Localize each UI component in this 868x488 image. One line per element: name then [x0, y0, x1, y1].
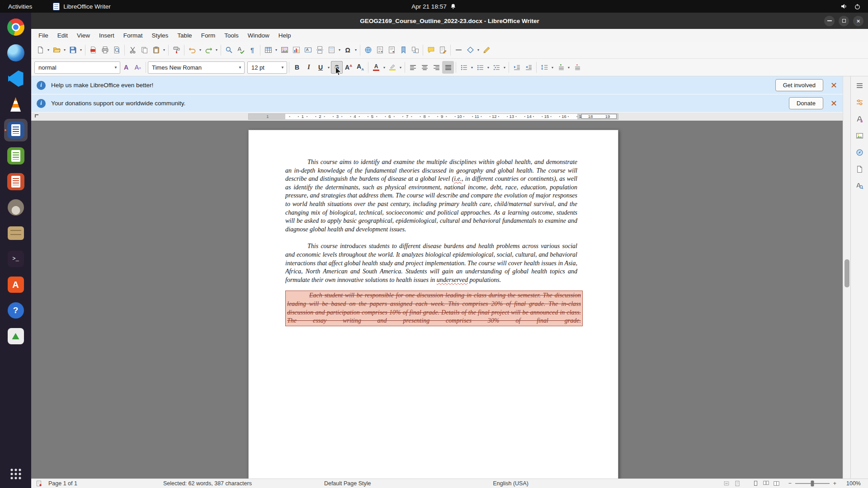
dropdown-caret[interactable]: ▾ [398, 66, 403, 70]
cross-reference-button[interactable] [409, 44, 421, 56]
special-character-button[interactable]: Ω [342, 44, 354, 56]
font-color-button[interactable]: A [370, 61, 382, 74]
insert-bookmark-button[interactable] [397, 44, 409, 56]
print-button[interactable] [99, 44, 111, 56]
dropdown-caret[interactable]: ▾ [198, 48, 203, 52]
horizontal-ruler[interactable]: 1 1234567891011121314151617 1819 [31, 113, 843, 121]
dock-libreoffice-writer[interactable] [4, 119, 28, 141]
language-label[interactable]: English (USA) [493, 480, 528, 487]
selected-text-highlight[interactable]: Each student will be responsible for one… [285, 291, 583, 326]
focused-app-menu[interactable]: LibreOffice Writer [53, 3, 111, 10]
dropdown-caret[interactable]: ▼ [278, 66, 287, 70]
decrease-paragraph-spacing-button[interactable] [571, 61, 583, 74]
menu-item[interactable]: Insert [94, 29, 119, 42]
line-spacing-button[interactable] [538, 61, 550, 74]
document-modified-icon[interactable] [734, 480, 741, 487]
paragraph-1[interactable]: This course aims to identify and examine… [285, 158, 577, 234]
formatting-marks-button[interactable]: ¶ [246, 44, 258, 56]
insert-endnote-button[interactable] [386, 44, 397, 56]
page-style-label[interactable]: Default Page Style [324, 480, 371, 487]
insert-page-break-button[interactable] [314, 44, 326, 56]
dock-firefox[interactable] [4, 42, 28, 64]
save-button[interactable] [67, 44, 79, 56]
clock-button[interactable]: Apr 21 18:57 [411, 3, 456, 10]
ordered-list-button[interactable] [474, 61, 486, 74]
dock-terminal[interactable]: >_ [4, 248, 28, 270]
dropdown-caret[interactable]: ▾ [382, 66, 387, 70]
strikethrough-button[interactable]: S [331, 61, 343, 74]
new-style-button[interactable]: A+ [132, 61, 144, 74]
insert-footnote-button[interactable] [374, 44, 386, 56]
print-preview-button[interactable] [111, 44, 123, 56]
highlight-color-button[interactable] [387, 61, 398, 74]
insert-field-button[interactable] [326, 44, 337, 56]
underline-button[interactable]: U [315, 61, 326, 74]
superscript-button[interactable]: AA [343, 61, 354, 74]
increase-indent-button[interactable] [511, 61, 523, 74]
dropdown-caret[interactable]: ▾ [62, 48, 67, 52]
dock-files[interactable] [4, 222, 28, 244]
subscript-button[interactable]: AA [354, 61, 366, 74]
document-area[interactable]: This course aims to identify and examine… [31, 121, 843, 479]
tab-stop-selector-icon[interactable] [35, 114, 38, 117]
menu-item[interactable]: Form [197, 29, 220, 42]
menu-item[interactable]: View [72, 29, 94, 42]
dock-chrome[interactable] [4, 16, 28, 38]
zoom-level-label[interactable]: 100% [846, 480, 861, 487]
italic-button[interactable]: I [303, 61, 315, 74]
align-center-button[interactable] [419, 61, 430, 74]
style-inspector-icon[interactable] [856, 182, 863, 190]
menu-item[interactable]: Window [243, 29, 274, 42]
dock-libreoffice-impress[interactable] [4, 170, 28, 193]
basic-shapes-button[interactable] [464, 44, 476, 56]
menu-item[interactable]: Table [173, 29, 196, 42]
menu-item[interactable]: Edit [53, 29, 72, 42]
insert-chart-button[interactable] [290, 44, 302, 56]
styles-icon[interactable] [856, 115, 863, 123]
page-count-label[interactable]: Page 1 of 1 [48, 480, 77, 487]
new-document-button[interactable] [34, 44, 46, 56]
dropdown-caret[interactable]: ▾ [326, 66, 331, 70]
infobar-close-icon[interactable]: ✕ [830, 80, 837, 90]
selection-mode-icon[interactable] [723, 480, 730, 487]
word-count-label[interactable]: Selected: 62 words, 387 characters [163, 480, 252, 487]
dock-help[interactable]: ? [4, 299, 28, 322]
book-view-icon[interactable] [773, 480, 780, 487]
show-draw-functions-button[interactable] [481, 44, 492, 56]
paste-button[interactable] [150, 44, 162, 56]
clone-formatting-button[interactable] [170, 44, 182, 56]
dock-vscode[interactable] [4, 67, 28, 90]
minimize-button[interactable] [824, 16, 835, 26]
single-page-view-icon[interactable] [752, 480, 759, 487]
dropdown-caret[interactable]: ▼ [236, 66, 244, 70]
maximize-button[interactable] [839, 16, 849, 26]
unordered-list-button[interactable] [458, 61, 470, 74]
cut-button[interactable] [127, 44, 138, 56]
dropdown-caret[interactable]: ▾ [162, 48, 166, 52]
menu-item[interactable]: Help [274, 29, 296, 42]
dropdown-caret[interactable]: ▾ [476, 48, 481, 52]
dock-gimp[interactable] [4, 196, 28, 219]
font-name-combo[interactable]: Times New Roman ▼ [148, 61, 245, 74]
copy-button[interactable] [138, 44, 150, 56]
volume-icon[interactable] [840, 3, 848, 10]
dropdown-caret[interactable]: ▾ [337, 48, 342, 52]
navigator-icon[interactable] [856, 149, 863, 156]
zoom-slider-handle[interactable] [811, 481, 814, 487]
redo-button[interactable] [203, 44, 214, 56]
insert-comment-button[interactable] [425, 44, 437, 56]
sidebar-settings-icon[interactable] [856, 82, 863, 89]
font-size-combo[interactable]: 12 pt ▼ [247, 61, 287, 74]
open-button[interactable] [51, 44, 62, 56]
infobar-close-icon[interactable]: ✕ [830, 99, 837, 108]
align-left-button[interactable] [407, 61, 419, 74]
zoom-in-icon[interactable]: + [833, 480, 836, 487]
horizontal-line-button[interactable] [453, 44, 464, 56]
dropdown-caret[interactable]: ▾ [354, 48, 358, 52]
dropdown-caret[interactable]: ▾ [79, 48, 83, 52]
paragraph-3-strikethrough[interactable]: Each student will be responsible for one… [287, 291, 581, 325]
insert-hyperlink-button[interactable] [362, 44, 374, 56]
power-icon[interactable] [854, 3, 861, 10]
infobar-action-button[interactable]: Donate [789, 97, 823, 109]
insert-table-button[interactable] [262, 44, 274, 56]
